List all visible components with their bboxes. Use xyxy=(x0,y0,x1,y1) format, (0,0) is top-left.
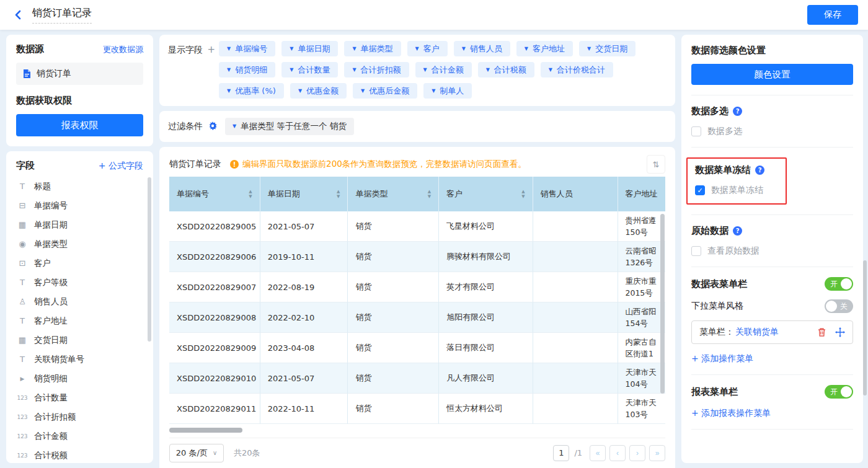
field-item[interactable]: T客户等级 xyxy=(16,273,143,292)
column-header[interactable]: 客户▲▼ xyxy=(439,177,533,211)
display-field-chip[interactable]: ▼合计价税合计 xyxy=(541,62,613,77)
display-field-chip[interactable]: ▼优惠率 (%) xyxy=(219,83,284,99)
display-field-chip[interactable]: ▼合计税额 xyxy=(478,62,534,77)
help-icon[interactable]: ? xyxy=(733,226,742,236)
table-row[interactable]: XSDD202208290112022-10-11销货恒太方材料公司天津市天 1… xyxy=(169,394,665,424)
column-header[interactable]: 销售人员 xyxy=(533,177,618,211)
table-cell: 旭阳有限公司 xyxy=(439,302,533,333)
caret-down-icon: ▼ xyxy=(432,89,435,94)
field-item[interactable]: ◉单据类型 xyxy=(16,234,143,254)
sort-icon[interactable]: ▲▼ xyxy=(249,190,252,199)
column-header[interactable]: 单据日期▲▼ xyxy=(260,177,348,211)
display-field-chip[interactable]: ▼单据日期 xyxy=(281,41,338,56)
display-field-chip[interactable]: ▼客户 xyxy=(407,41,448,56)
next-page-button[interactable]: › xyxy=(629,445,645,461)
column-header[interactable]: 单据编号▲▼ xyxy=(169,177,260,211)
datasource-item[interactable]: 销货订单 xyxy=(16,63,143,85)
display-field-chip[interactable]: ▼合计金额 xyxy=(415,62,472,77)
field-item[interactable]: T客户地址 xyxy=(16,311,143,330)
table-cell: XSDD20220829006 xyxy=(169,242,260,272)
multi-select-checkbox[interactable] xyxy=(691,126,701,136)
display-field-chip[interactable]: ▼单据编号 xyxy=(219,41,275,56)
color-setting-button[interactable]: 颜色设置 xyxy=(691,64,853,85)
column-header[interactable]: 客户地址 xyxy=(618,177,666,211)
trash-icon[interactable] xyxy=(817,327,826,337)
text-icon: T xyxy=(16,316,29,325)
field-item[interactable]: ▶销货明细 xyxy=(16,369,143,388)
last-page-button[interactable]: » xyxy=(649,445,665,461)
report-menubar-toggle[interactable]: 开 xyxy=(825,385,853,399)
first-page-button[interactable]: « xyxy=(590,445,606,461)
table-row[interactable]: XSDD202208290102021-05-07销货凡人有限公司天津市天 10… xyxy=(169,363,665,394)
table-menubar-toggle[interactable]: 开 xyxy=(825,277,853,291)
display-field-chip[interactable]: ▼合计折扣额 xyxy=(344,62,409,77)
chip-label: 优惠金额 xyxy=(306,86,339,97)
field-item[interactable]: T标题 xyxy=(16,177,143,196)
help-icon[interactable]: ? xyxy=(755,166,764,175)
field-item[interactable]: ♙销售人员 xyxy=(16,292,143,311)
field-item[interactable]: 123合计税额 xyxy=(16,446,143,463)
field-item[interactable]: ⊡客户 xyxy=(16,254,143,273)
field-item-label: 客户等级 xyxy=(34,277,68,288)
table-row[interactable]: XSDD202208290082022-02-10销货旭阳有限公司山西省阳 15… xyxy=(169,302,665,333)
field-item[interactable]: T关联销货单号 xyxy=(16,350,143,369)
save-button[interactable]: 保存 xyxy=(807,5,858,25)
back-icon[interactable] xyxy=(10,7,26,23)
prev-page-button[interactable]: ‹ xyxy=(609,445,626,461)
gear-icon[interactable] xyxy=(208,121,218,131)
field-item[interactable]: ▦单据日期 xyxy=(16,215,143,234)
display-field-chip[interactable]: ▼销货明细 xyxy=(219,62,275,77)
display-field-chip[interactable]: ▼优惠后金额 xyxy=(353,83,417,99)
report-permission-button[interactable]: 报表权限 xyxy=(16,114,143,136)
app-window: 销货订单记录 保存 数据源 更改数据源 销货订单 数据获取权限 报表权限 xyxy=(0,0,868,468)
display-field-chip[interactable]: ▼单据类型 xyxy=(344,41,401,56)
field-item[interactable]: 123合计折扣额 xyxy=(16,407,143,426)
sort-icon[interactable]: ▲▼ xyxy=(337,190,340,199)
change-datasource-link[interactable]: 更改数据源 xyxy=(103,44,143,55)
display-field-chip[interactable]: ▼销售人员 xyxy=(454,41,510,56)
add-report-action-menu-link[interactable]: + 添加报表操作菜单 xyxy=(691,408,771,419)
add-formula-field-link[interactable]: + 公式字段 xyxy=(99,161,143,172)
filter-condition-chip[interactable]: ▼ 单据类型 等于任意一个 销货 xyxy=(225,118,354,135)
sort-icon[interactable]: ▲▼ xyxy=(521,190,525,199)
display-fields-label: 显示字段 + xyxy=(168,44,215,99)
table-sort-button[interactable]: ⇅ xyxy=(647,155,665,174)
table-row[interactable]: XSDD202208290092023-04-08销货落日有限公司内蒙古自 区街… xyxy=(169,333,665,363)
caret-down-icon: ▼ xyxy=(290,46,293,51)
display-field-chip[interactable]: ▼制单人 xyxy=(423,83,472,99)
menubar-item-name[interactable]: 关联销货单 xyxy=(735,327,779,338)
table-cell: 天津市天 103号 xyxy=(618,394,666,424)
caret-down-icon: ▼ xyxy=(587,46,591,51)
add-action-menu-link[interactable]: + 添加操作菜单 xyxy=(691,353,753,364)
field-item[interactable]: 123合计金额 xyxy=(16,426,143,446)
display-field-chip[interactable]: ▼交货日期 xyxy=(579,41,636,56)
column-header[interactable]: 单据类型▲▼ xyxy=(348,177,439,211)
move-icon[interactable] xyxy=(835,327,845,337)
menu-freeze-highlight-box: 数据菜单冻结 ? ✓ 数据菜单冻结 xyxy=(686,157,787,205)
page-number-input[interactable]: 1 xyxy=(553,445,569,461)
field-item[interactable]: ⊟单据编号 xyxy=(16,196,143,215)
display-field-chip[interactable]: ▼客户地址 xyxy=(516,41,573,56)
sort-down-icon: ▼ xyxy=(337,195,340,199)
add-display-field-icon[interactable]: + xyxy=(208,44,216,55)
table-horizontal-scrollbar-thumb[interactable] xyxy=(169,428,242,433)
table-cell: 贵州省遵 150号 xyxy=(618,211,666,242)
menu-freeze-checkbox[interactable]: ✓ xyxy=(695,185,705,195)
dropdown-style-toggle[interactable]: 关 xyxy=(825,299,853,313)
fields-scrollbar-thumb[interactable] xyxy=(148,177,151,342)
help-icon[interactable]: ? xyxy=(733,107,742,116)
column-header-label: 销售人员 xyxy=(541,188,573,200)
table-row[interactable]: XSDD202208290062019-10-11销货腾骏材料有限公司云南省昭 … xyxy=(169,242,665,272)
field-item[interactable]: 123合计数量 xyxy=(16,388,143,407)
window-scrollbar-thumb[interactable] xyxy=(863,260,867,395)
page-size-select[interactable]: 20 条/页 ∨ xyxy=(169,444,224,462)
display-field-chip[interactable]: ▼优惠金额 xyxy=(290,83,347,99)
table-cell: XSDD20220829010 xyxy=(169,363,260,394)
display-field-chip[interactable]: ▼合计数量 xyxy=(281,62,338,77)
sort-icon[interactable]: ▲▼ xyxy=(428,190,431,199)
table-row[interactable]: XSDD202208290072022-08-19销货英才有限公司重庆市重 20… xyxy=(169,272,665,302)
raw-data-checkbox[interactable] xyxy=(691,246,701,256)
field-item[interactable]: ▦交货日期 xyxy=(16,330,143,350)
table-row[interactable]: XSDD202208290052021-05-07销货飞星材料公司贵州省遵 15… xyxy=(169,211,665,242)
table-vertical-scrollbar-thumb[interactable] xyxy=(660,214,665,394)
